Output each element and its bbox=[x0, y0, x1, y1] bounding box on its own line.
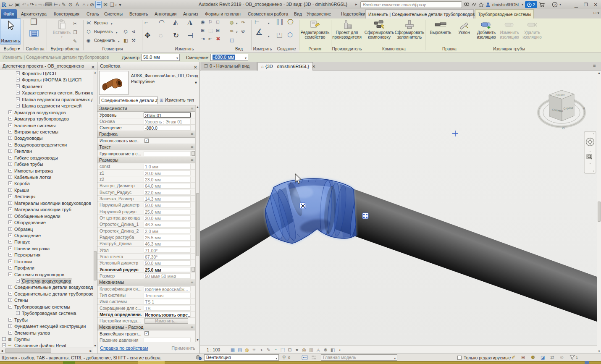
help-icon[interactable]: ? bbox=[552, 2, 558, 8]
scroll-up-icon[interactable]: ▲ bbox=[196, 105, 199, 108]
project-browser-vscrollbar[interactable]: ▲ ▼ bbox=[93, 71, 97, 348]
expand-icon[interactable]: + bbox=[16, 91, 20, 94]
paint-icon[interactable]: ◧ bbox=[123, 38, 128, 43]
tree-item[interactable]: −Системы воздуховодов bbox=[0, 272, 93, 278]
property-value[interactable]: 50 ммø-50 ммø bbox=[144, 273, 191, 279]
ribbon-tab-1[interactable]: Конструкция bbox=[51, 9, 82, 18]
close-view-icon[interactable]: ✕ bbox=[312, 64, 315, 69]
tree-item-label[interactable]: Фундамент несущей конструкции bbox=[14, 324, 86, 329]
tree-item-label[interactable]: Панели витража bbox=[14, 246, 50, 251]
switch-windows-icon-dropdown[interactable]: ▾ bbox=[115, 3, 116, 6]
tree-item[interactable]: +Перекрытия bbox=[0, 252, 93, 258]
group-create-icon[interactable]: ⬡ bbox=[287, 32, 293, 37]
connector-marker-left[interactable] bbox=[300, 203, 306, 209]
properties-close-icon[interactable]: ✕ bbox=[194, 63, 197, 71]
user-icon[interactable] bbox=[486, 2, 491, 8]
tree-item[interactable]: +Материалы изоляции воздуховодов bbox=[0, 200, 93, 207]
tree-item[interactable]: +Соединительные детали трубопровод bbox=[0, 291, 93, 297]
section-pin-icon[interactable]: ≑ bbox=[190, 106, 194, 110]
constraints-icon[interactable]: ⊜ bbox=[322, 346, 329, 353]
crop-view-icon[interactable]: ⬚ bbox=[279, 346, 286, 353]
tree-item-label[interactable]: Система воздуховодов bbox=[22, 278, 71, 283]
help-dropdown-icon[interactable]: ▾ bbox=[559, 3, 561, 6]
expand-icon[interactable]: + bbox=[8, 324, 12, 328]
tree-item[interactable]: +Крыши bbox=[0, 187, 93, 194]
scale-icon[interactable]: ▦ bbox=[229, 346, 236, 353]
expand-icon[interactable]: + bbox=[16, 71, 20, 75]
pipe-right[interactable] bbox=[333, 181, 597, 322]
expand-icon[interactable]: + bbox=[8, 123, 12, 127]
split-gap-icon[interactable]: ⇤ bbox=[208, 36, 212, 42]
collapse-icon[interactable]: − bbox=[8, 272, 12, 276]
type-name[interactable]: ADSK_ФасоннаяЧасть_ПП_Отвод Раструбные bbox=[131, 73, 195, 85]
editing-requests-icon[interactable]: ⚲ bbox=[282, 355, 286, 360]
show-crop-icon[interactable]: ⊡ bbox=[286, 346, 293, 353]
align-edit-button[interactable]: Выровнять bbox=[427, 19, 454, 35]
aligned-dimension-icon[interactable]: ✎ bbox=[60, 1, 67, 8]
tree-item-label[interactable]: Материалы изоляции труб bbox=[14, 207, 71, 212]
expand-icon[interactable]: + bbox=[16, 84, 20, 88]
temporary-hide-icon[interactable]: ⚭ bbox=[294, 346, 300, 353]
ribbon-tab-3[interactable]: Системы bbox=[102, 9, 125, 18]
ribbon-tab-7[interactable]: Формы и генплан bbox=[202, 9, 243, 18]
edit-requests-icon[interactable]: ◪ bbox=[541, 355, 545, 360]
expand-icon[interactable]: + bbox=[16, 78, 20, 81]
tree-item-label[interactable]: Характеристика систем. Вытяжные bbox=[22, 90, 93, 95]
expand-icon[interactable]: + bbox=[8, 156, 12, 160]
tree-item-label[interactable]: Стены bbox=[14, 298, 28, 303]
tree-item[interactable]: +Шапка ведомости чертежей bbox=[0, 103, 93, 109]
tree-item[interactable]: +Форматы (ФОРМА 3) ЦИСП bbox=[0, 77, 93, 83]
close-button[interactable]: ✕ bbox=[593, 2, 598, 8]
paintbrush-icon[interactable]: ✑ bbox=[230, 29, 234, 34]
open-icon[interactable]: ▱ bbox=[8, 1, 14, 8]
tree-item-label[interactable]: Трубопроводные системы bbox=[14, 304, 70, 309]
visibility-dropdown-icon[interactable]: ▾ bbox=[236, 21, 238, 26]
section-pin-icon[interactable]: ≑ bbox=[190, 280, 194, 284]
panel-fabrication-label[interactable]: Производитель bbox=[331, 47, 363, 52]
expand-icon[interactable]: + bbox=[8, 220, 12, 224]
expand-icon[interactable]: + bbox=[8, 110, 12, 114]
unpin-icon[interactable]: ⚐ bbox=[208, 19, 213, 25]
expand-icon[interactable]: + bbox=[2, 337, 6, 341]
scroll-down-icon[interactable]: ▼ bbox=[93, 344, 97, 347]
undo-icon-dropdown[interactable]: ▾ bbox=[27, 3, 29, 6]
property-value[interactable]: Уровень : Этаж 01 bbox=[144, 119, 191, 124]
property-value[interactable]: 25.0 мм bbox=[144, 267, 191, 272]
tree-item-label[interactable]: Импосты витража bbox=[14, 168, 53, 173]
properties-header[interactable]: Свойства✕ bbox=[97, 62, 199, 70]
collapse-icon[interactable]: ‹ bbox=[336, 346, 343, 353]
cope-dropdown-icon[interactable]: ▾ bbox=[111, 21, 113, 26]
app-store-cart-icon[interactable] bbox=[539, 2, 545, 8]
expand-icon[interactable]: + bbox=[8, 143, 12, 147]
tree-item[interactable]: +Воздухораспределители bbox=[0, 142, 93, 148]
cope-label[interactable]: Врезка bbox=[94, 21, 108, 25]
tree-item-label[interactable]: Воздухораспределители bbox=[14, 142, 67, 147]
ribbon-tab-piping-systems[interactable]: Трубопроводные системы bbox=[475, 9, 534, 18]
collapse-icon[interactable]: − bbox=[8, 305, 12, 309]
property-value[interactable]: Использовать опре... bbox=[144, 312, 191, 317]
tree-item-label[interactable]: Гибкие трубы bbox=[14, 162, 43, 167]
expand-icon[interactable]: + bbox=[8, 188, 12, 192]
scale-elements-icon[interactable]: ⊡ bbox=[216, 19, 220, 25]
tree-item-label[interactable]: Гибкие воздуховоды bbox=[14, 155, 58, 160]
edit-insulation-button[interactable]: Изменить изоляцию bbox=[498, 19, 521, 39]
edit-type-button[interactable]: ⊞Изменить тип bbox=[160, 97, 198, 104]
join-icon[interactable]: ◉ bbox=[87, 38, 91, 43]
expand-icon[interactable]: + bbox=[8, 285, 12, 289]
tree-item-label[interactable]: Лестницы bbox=[14, 194, 35, 199]
tree-item[interactable]: +Фундамент несущей конструкции bbox=[0, 323, 93, 330]
expand-icon[interactable]: + bbox=[8, 169, 12, 173]
expand-icon[interactable]: + bbox=[8, 259, 12, 263]
property-value[interactable]: 20.0 мм bbox=[144, 170, 191, 176]
panel-modify-label[interactable]: Изменить bbox=[142, 47, 227, 52]
section-pin-icon[interactable]: ≑ bbox=[190, 325, 194, 329]
property-value[interactable]: 20.0 мм bbox=[144, 215, 191, 221]
tree-item[interactable]: +Гибкие воздуховоды bbox=[0, 155, 93, 161]
view-tab-list-icon[interactable]: ≣ bbox=[593, 64, 596, 68]
viewcube[interactable]: В Ю Спереди Справа Сверху bbox=[538, 90, 585, 130]
expand-icon[interactable]: + bbox=[8, 331, 12, 335]
revit-logo-icon[interactable]: R bbox=[1, 1, 7, 8]
tree-item[interactable]: +Пандус bbox=[0, 239, 93, 245]
worksharing-display-icon[interactable]: ✐ bbox=[512, 355, 515, 360]
property-value[interactable]: -880.0 bbox=[144, 125, 191, 131]
